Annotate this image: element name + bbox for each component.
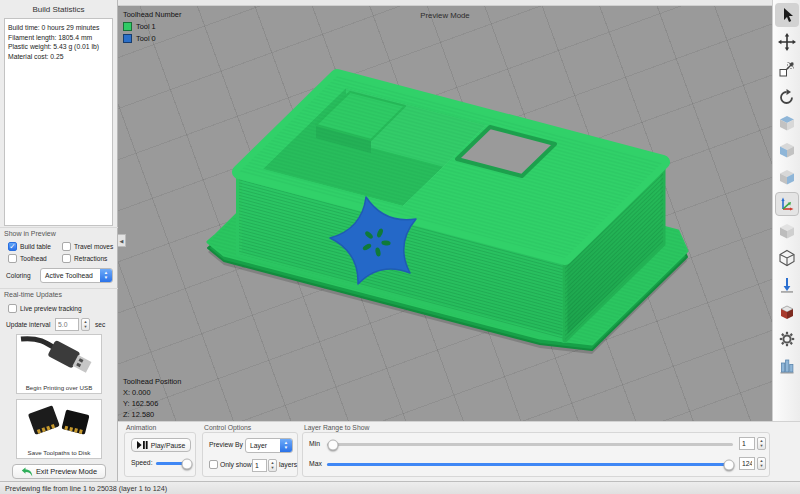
realtime-updates-label: Real-time Updates [4, 291, 62, 298]
live-preview-tracking-checkbox[interactable] [8, 304, 17, 313]
printed-model-3d-view [118, 6, 772, 421]
preview-by-label: Preview By [209, 441, 243, 448]
only-show-field[interactable] [252, 459, 267, 472]
coloring-dropdown[interactable]: Active Toolhead ▲▼ [40, 268, 113, 283]
solid-view-cube-icon[interactable] [775, 219, 799, 243]
stat-build-time: Build time: 0 hours 29 minutes [8, 23, 109, 33]
dropdown-arrows-icon: ▲▼ [280, 439, 292, 452]
back-arrow-icon [21, 467, 33, 477]
toolhead-position-readout: Toolhead Position X: 0.000 Y: 162.506 Z:… [123, 376, 181, 420]
max-label: Max [309, 460, 322, 467]
only-show-stepper[interactable]: ▲▼ [268, 459, 277, 472]
show-in-preview-label: Show in Preview [4, 230, 56, 237]
control-options-group: Preview By Layer ▲▼ Only show ▲▼ layers [202, 432, 298, 477]
toolhead-label: Toolhead [20, 255, 47, 262]
retractions-label: Retractions [74, 255, 107, 262]
tool0-label: Tool 0 [136, 34, 156, 43]
update-interval-label: Update interval [6, 321, 50, 328]
scale-tool-icon[interactable] [775, 57, 799, 81]
update-interval-field[interactable] [55, 318, 79, 331]
divider [0, 288, 118, 289]
build-table-checkbox[interactable] [8, 242, 17, 251]
toolhead-position-y: Y: 162.506 [123, 398, 181, 409]
exit-preview-mode-button[interactable]: Exit Preview Mode [12, 464, 106, 479]
cross-section-icon[interactable] [775, 300, 799, 324]
stat-filament-length: Filament length: 1805.4 mm [8, 33, 109, 43]
status-bar: Previewing file from line 1 to 25038 (la… [0, 481, 800, 494]
play-pause-label: Play/Pause [151, 442, 185, 449]
legend-item-tool1: Tool 1 [123, 22, 181, 31]
preview-3d-viewport[interactable]: Toolhead Number Tool 1 Tool 0 Preview Mo… [118, 6, 772, 421]
speed-slider[interactable] [156, 462, 190, 465]
min-layer-stepper[interactable]: ▲▼ [757, 437, 766, 450]
begin-printing-usb-button[interactable]: Begin Printing over USB [16, 334, 102, 394]
sd-cards-image [19, 400, 99, 440]
wireframe-view-cube-icon[interactable] [775, 246, 799, 270]
preview-by-dropdown[interactable]: Layer ▲▼ [245, 438, 293, 453]
status-text: Previewing file from line 1 to 25038 (la… [5, 484, 167, 493]
stat-material-cost: Material cost: 0.25 [8, 52, 109, 62]
preview-by-value: Layer [250, 442, 267, 449]
speed-label: Speed: [131, 459, 153, 466]
speed-slider-knob[interactable] [181, 458, 192, 469]
max-layer-field[interactable] [739, 457, 755, 470]
divider [0, 227, 118, 228]
build-statistics-panel: Build Statistics Build time: 0 hours 29 … [0, 0, 118, 481]
sd-button-caption: Save Toolpaths to Disk [17, 449, 101, 456]
layer-range-group: Min ▲▼ Max ▲▼ [302, 432, 770, 477]
exit-button-label: Exit Preview Mode [36, 467, 97, 476]
update-interval-stepper[interactable]: ▲▼ [81, 318, 90, 331]
only-show-unit: layers [279, 461, 297, 468]
usb-cable-image [19, 335, 99, 375]
max-layer-stepper[interactable]: ▲▼ [757, 457, 766, 470]
panel-title: Build Statistics [0, 5, 117, 14]
view-toolbar [772, 0, 800, 481]
legend-item-tool0: Tool 0 [123, 34, 181, 43]
animation-group-label: Animation [126, 424, 156, 431]
rotate-tool-icon[interactable] [775, 84, 799, 108]
view-cube-side-icon[interactable] [775, 165, 799, 189]
build-statistics-box: Build time: 0 hours 29 minutes Filament … [4, 18, 113, 226]
max-layer-slider[interactable] [327, 463, 733, 466]
toolhead-position-x: X: 0.000 [123, 387, 181, 398]
animation-group: Play/Pause Speed: [124, 432, 196, 477]
only-show-label: Only show [220, 461, 252, 468]
move-tool-icon[interactable] [775, 30, 799, 54]
build-table-label: Build table [20, 243, 51, 250]
gear-icon[interactable] [775, 327, 799, 351]
normals-arrow-icon[interactable] [775, 273, 799, 297]
save-toolpaths-disk-button[interactable]: Save Toolpaths to Disk [16, 399, 102, 459]
coloring-label: Coloring [6, 272, 31, 279]
travel-moves-checkbox[interactable] [62, 242, 71, 251]
control-options-group-label: Control Options [204, 424, 251, 431]
coloring-dropdown-value: Active Toolhead [45, 272, 93, 279]
play-pause-icon [137, 441, 148, 449]
min-label: Min [309, 440, 320, 447]
panel-collapse-handle[interactable]: ◀ [118, 234, 126, 247]
travel-moves-label: Travel moves [74, 243, 113, 250]
stat-plastic-weight: Plastic weight: 5.43 g (0.01 lb) [8, 42, 109, 52]
toolhead-checkbox[interactable] [8, 254, 17, 263]
layer-columns-icon[interactable] [775, 354, 799, 378]
tool1-label: Tool 1 [136, 22, 156, 31]
tool1-color-swatch [123, 22, 132, 31]
only-show-checkbox[interactable] [209, 460, 218, 469]
preview-controls-panel: Animation Play/Pause Speed: Control Opti… [118, 421, 800, 481]
usb-button-caption: Begin Printing over USB [17, 384, 101, 391]
app-window: Build Statistics Build time: 0 hours 29 … [0, 0, 800, 494]
min-layer-slider[interactable] [327, 443, 733, 446]
play-pause-button[interactable]: Play/Pause [131, 438, 191, 452]
min-slider-knob[interactable] [328, 439, 339, 450]
max-slider-knob[interactable] [723, 459, 734, 470]
coordinate-axes-icon[interactable] [775, 192, 799, 216]
update-interval-unit: sec [95, 321, 105, 328]
min-layer-field[interactable] [739, 437, 755, 450]
dropdown-arrows-icon: ▲▼ [100, 269, 112, 282]
retractions-checkbox[interactable] [62, 254, 71, 263]
select-cursor-icon[interactable] [775, 3, 799, 27]
preview-mode-label: Preview Mode [118, 11, 772, 20]
layer-range-group-label: Layer Range to Show [304, 424, 369, 431]
live-preview-tracking-label: Live preview tracking [20, 305, 82, 312]
view-cube-top-icon[interactable] [775, 111, 799, 135]
view-cube-front-icon[interactable] [775, 138, 799, 162]
